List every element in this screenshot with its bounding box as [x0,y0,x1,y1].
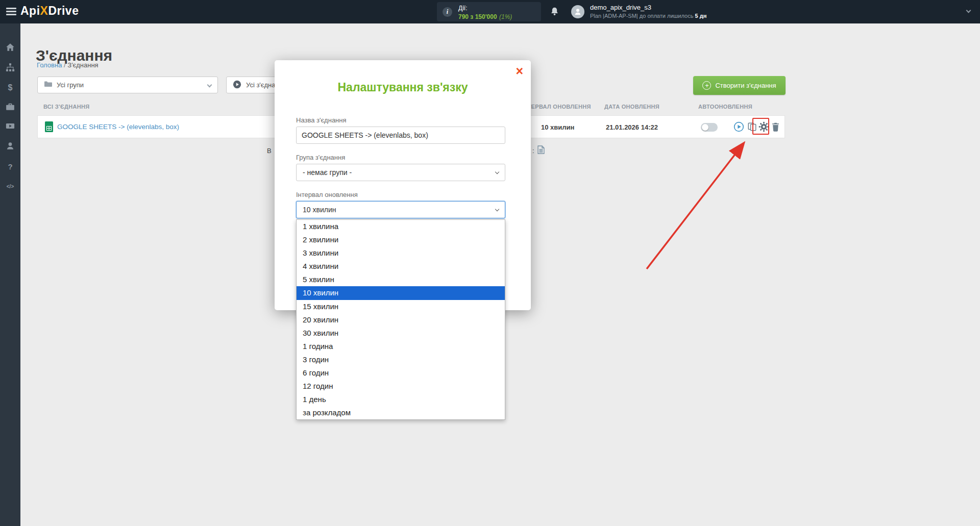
connection-group-select[interactable]: - немає групи - [296,164,505,181]
connection-name-link[interactable]: GOOGLE SHEETS -> (elevenlabs, box) [57,123,179,131]
person-icon [6,141,15,153]
create-connection-label: Створити з'єднання [715,82,776,89]
sidebar-item-services[interactable] [0,101,20,114]
sidebar: $ ? </> [0,23,20,526]
row-updated-date: 21.01.2026 14:22 [606,123,658,131]
groups-filter-dropdown[interactable]: Усі групи [37,77,218,93]
sidebar-item-connections[interactable] [0,62,20,75]
actions-value: 790 з 150'000 [458,13,497,20]
dollar-icon: $ [8,83,13,92]
column-header-connections: ВСІ З'ЄДНАННЯ [43,104,89,110]
groups-filter-label: Усі групи [57,81,208,89]
row-interval-value: 10 хвилин [541,123,574,131]
create-connection-button[interactable]: + Створити з'єднання [693,76,786,95]
actions-counter-panel: i Дії: 790 з 150'000 (1%) [437,2,541,21]
chevron-down-icon[interactable] [966,8,971,13]
code-icon: </> [7,184,14,189]
sidebar-item-help[interactable]: ? [0,160,20,173]
bell-icon[interactable] [550,7,559,18]
interval-options-list: 1 хвилина 2 хвилини 3 хвилини 4 хвилини … [296,219,505,420]
interval-option[interactable]: 2 хвилини [297,233,505,246]
close-icon[interactable]: × [516,63,523,79]
update-interval-label: Інтервал оновлення [296,191,358,198]
interval-option[interactable]: 30 хвилин [297,327,505,340]
interval-option[interactable]: 20 хвилин [297,313,505,327]
connection-group-label: Група з'єднання [296,154,345,161]
update-interval-value: 10 хвилин [303,206,336,214]
play-circle-icon [233,80,241,90]
sidebar-item-home[interactable] [0,42,20,55]
user-plan-info: Plan |ADM-AP-SM| до оплати лишилось 5 дн [590,13,706,19]
breadcrumb-separator: / [64,61,66,69]
logo-text-x: X [40,4,48,17]
plus-icon: + [702,81,711,90]
sidebar-item-profile[interactable] [0,140,20,154]
interval-option[interactable]: 4 хвилини [297,260,505,273]
connections-icon [6,63,15,74]
column-header-interval: ІНТЕРВАЛ ОНОВЛЕННЯ [522,104,591,110]
hamburger-menu-icon[interactable] [6,8,16,16]
user-plan-text: Plan |ADM-AP-SM| до оплати лишилось [590,13,693,19]
apixdrive-logo: ApiXDrive [20,4,79,18]
folder-icon [44,80,52,90]
breadcrumb: Головна / З'єднання [37,61,99,69]
partial-help-text-left: В [267,147,272,155]
chevron-down-icon [207,83,212,88]
home-icon [6,43,15,54]
user-avatar[interactable] [571,5,584,18]
connection-name-label: Назва з'єднання [296,116,347,124]
connection-name-input[interactable] [296,127,505,144]
actions-counter-text: Дії: 790 з 150'000 (1%) [458,4,512,21]
document-icon[interactable] [537,145,545,156]
partial-help-text-right: : [532,147,534,155]
interval-option[interactable]: 12 годин [297,380,505,393]
interval-option[interactable]: 6 годин [297,366,505,380]
delete-trash-icon[interactable] [771,122,780,134]
update-interval-select[interactable]: 10 хвилин [296,201,505,218]
video-icon [6,121,15,133]
user-plan-days: 5 дн [695,13,706,19]
sidebar-item-api[interactable]: </> [0,180,20,193]
interval-option[interactable]: 1 день [297,393,505,406]
chevron-down-icon [495,169,499,173]
question-icon: ? [8,162,12,171]
logo-text-drive: Drive [48,4,79,17]
breadcrumb-home-link[interactable]: Головна [37,61,62,69]
actions-label: Дії: [458,5,467,12]
interval-option[interactable]: 3 годин [297,353,505,366]
toggle-knob [702,124,708,131]
connection-group-value: - немає групи - [303,168,352,177]
interval-option[interactable]: за розкладом [297,406,505,419]
briefcase-icon [6,102,15,113]
top-bar: ApiXDrive i Дії: 790 з 150'000 (1%) demo… [0,0,980,23]
column-header-autoupdate: АВТООНОВЛЕННЯ [698,104,752,110]
interval-option[interactable]: 3 хвилини [297,246,505,260]
actions-percent: (1%) [499,13,512,20]
breadcrumb-current: З'єднання [67,61,98,69]
interval-option-selected[interactable]: 10 хвилин [297,286,505,299]
info-icon: i [443,7,452,17]
sidebar-item-video[interactable] [0,120,20,134]
modal-title: Налаштування зв'язку [275,81,531,94]
column-header-updated: ДАТА ОНОВЛЕННЯ [604,104,659,110]
google-sheets-icon [45,121,53,134]
annotation-highlight-box [752,118,769,135]
logo-text-api: Api [20,4,40,17]
user-name[interactable]: demo_apix_drive_s3 [590,4,651,11]
chevron-down-icon [495,207,499,211]
run-connection-icon[interactable] [733,121,744,134]
sidebar-item-billing[interactable]: $ [0,81,20,94]
interval-option[interactable]: 5 хвилин [297,273,505,286]
interval-option[interactable]: 15 хвилин [297,300,505,313]
autoupdate-toggle[interactable] [701,123,718,132]
apixdrive-app: ApiXDrive i Дії: 790 з 150'000 (1%) demo… [0,0,980,526]
interval-option[interactable]: 1 година [297,340,505,353]
interval-option[interactable]: 1 хвилина [297,220,505,233]
